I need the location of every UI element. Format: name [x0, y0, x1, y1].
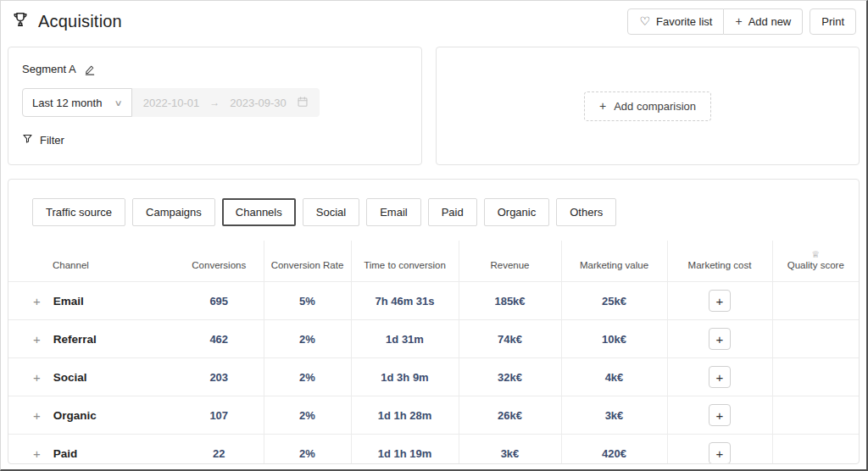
period-select[interactable]: Last 12 month ∨	[22, 88, 132, 117]
channel-name: Organic	[53, 409, 97, 422]
channel-name: Referral	[53, 333, 97, 346]
favorite-list-button[interactable]: ♡ Favorite list	[627, 8, 724, 35]
print-button[interactable]: Print	[810, 8, 856, 35]
date-end-value: 2023-09-30	[230, 97, 287, 109]
page-title-group: Acquisition	[11, 10, 122, 32]
conversions-value: 695	[175, 282, 264, 320]
plus-icon: +	[735, 15, 742, 27]
add-marketing-cost-button[interactable]: +	[709, 404, 731, 426]
marketing-value-value: 25k€	[561, 282, 667, 320]
date-range-picker[interactable]: 2022-10-01 → 2023-09-30	[132, 88, 320, 117]
col-header-marketing-cost: Marketing cost	[667, 241, 772, 282]
edit-pencil-icon[interactable]	[84, 64, 96, 75]
filter-label: Filter	[40, 134, 64, 147]
filter-button[interactable]: Filter	[22, 133, 408, 147]
time-to-conversion-value: 1d 3h 9m	[351, 358, 459, 396]
chevron-down-icon: ∨	[114, 98, 123, 108]
quality-score-cell	[772, 435, 859, 465]
conversion-rate-value: 2%	[264, 320, 351, 358]
funnel-icon	[22, 133, 33, 147]
revenue-value: 3k€	[459, 435, 561, 465]
expand-row-icon[interactable]: +	[33, 371, 41, 384]
add-comparison-button[interactable]: + Add comparision	[584, 91, 711, 121]
channel-name: Social	[53, 371, 87, 384]
tab-paid[interactable]: Paid	[428, 198, 477, 226]
conversion-rate-value: 2%	[264, 435, 351, 465]
heart-icon: ♡	[639, 15, 650, 27]
plus-icon: +	[599, 100, 606, 112]
revenue-value: 32k€	[459, 358, 561, 396]
tab-channels[interactable]: Channels	[222, 198, 296, 226]
col-header-quality-score: ♕ Quality score	[772, 241, 859, 282]
time-to-conversion-value: 1d 31m	[351, 320, 459, 358]
crown-icon: ♕	[811, 250, 820, 259]
tab-organic[interactable]: Organic	[484, 198, 550, 226]
table-tabs: Traffic source Campaigns Channels Social…	[32, 198, 859, 226]
time-to-conversion-value: 1d 1h 28m	[351, 396, 459, 435]
tab-social[interactable]: Social	[303, 198, 359, 226]
revenue-value: 185k€	[459, 282, 561, 320]
col-header-channel: Channel	[8, 241, 175, 282]
expand-row-icon[interactable]: +	[33, 333, 41, 346]
expand-row-icon[interactable]: +	[33, 295, 41, 308]
table-row: + Email 695 5% 7h 46m 31s 185k€ 25k€ +	[8, 282, 859, 320]
add-new-button[interactable]: + Add new	[724, 8, 803, 35]
acquisition-table-card: Traffic source Campaigns Channels Social…	[8, 179, 860, 464]
trophy-icon	[11, 10, 30, 32]
col-header-conversions: Conversions	[175, 241, 264, 282]
period-select-value: Last 12 month	[32, 97, 102, 109]
add-marketing-cost-button[interactable]: +	[709, 290, 731, 312]
print-label: Print	[821, 15, 844, 28]
segment-name: Segment A	[22, 63, 76, 75]
acquisition-page: Acquisition ♡ Favorite list + Add new Pr…	[0, 0, 868, 471]
arrow-right-icon: →	[209, 97, 220, 108]
tab-traffic-source[interactable]: Traffic source	[32, 198, 125, 226]
add-comparison-label: Add comparision	[614, 100, 696, 113]
conversion-rate-value: 2%	[264, 358, 351, 396]
revenue-value: 74k€	[459, 320, 561, 358]
col-header-conversion-rate: Conversion Rate	[264, 241, 351, 282]
segment-header: Segment A	[22, 63, 408, 75]
table-row: + Referral 462 2% 1d 31m 74k€ 10k€ +	[8, 320, 859, 358]
conversions-value: 203	[175, 358, 264, 396]
filter-panels: Segment A Last 12 month ∨ 2022-10-01 → 2…	[8, 47, 860, 165]
channels-table: Channel Conversions Conversion Rate Time…	[8, 241, 859, 464]
quality-score-cell	[772, 396, 859, 435]
add-marketing-cost-button[interactable]: +	[709, 328, 731, 350]
comparison-card: + Add comparision	[436, 47, 860, 165]
tab-campaigns[interactable]: Campaigns	[132, 198, 215, 226]
marketing-value-value: 3k€	[561, 396, 667, 435]
add-new-label: Add new	[748, 15, 792, 28]
top-bar: Acquisition ♡ Favorite list + Add new Pr…	[8, 1, 860, 42]
tab-others[interactable]: Others	[556, 198, 616, 226]
header-actions: ♡ Favorite list + Add new Print	[627, 8, 856, 35]
quality-score-cell	[772, 282, 859, 320]
segment-card: Segment A Last 12 month ∨ 2022-10-01 → 2…	[8, 47, 422, 165]
date-start-value: 2022-10-01	[143, 97, 200, 109]
marketing-value-value: 10k€	[561, 320, 667, 358]
table-row: + Social 203 2% 1d 3h 9m 32k€ 4k€ +	[8, 358, 859, 396]
page-title: Acquisition	[38, 12, 122, 31]
time-to-conversion-value: 1d 1h 19m	[351, 435, 459, 465]
time-to-conversion-value: 7h 46m 31s	[351, 282, 459, 320]
quality-score-label: Quality score	[787, 260, 844, 270]
add-marketing-cost-button[interactable]: +	[709, 366, 731, 388]
table-row: + Organic 107 2% 1d 1h 28m 26k€ 3k€ +	[8, 396, 859, 435]
conversions-value: 22	[175, 435, 264, 465]
marketing-value-value: 4k€	[561, 358, 667, 396]
conversions-value: 462	[175, 320, 264, 358]
marketing-value-value: 420€	[561, 435, 667, 465]
conversions-value: 107	[175, 396, 264, 435]
channel-name: Paid	[53, 447, 78, 460]
favorite-list-label: Favorite list	[656, 15, 712, 28]
add-marketing-cost-button[interactable]: +	[709, 442, 731, 464]
quality-score-cell	[772, 358, 859, 396]
col-header-revenue: Revenue	[459, 241, 561, 282]
expand-row-icon[interactable]: +	[33, 409, 41, 422]
col-header-time-to-conversion: Time to conversion	[351, 241, 459, 282]
expand-row-icon[interactable]: +	[33, 447, 41, 460]
period-controls: Last 12 month ∨ 2022-10-01 → 2023-09-30	[22, 88, 408, 117]
tab-email[interactable]: Email	[366, 198, 421, 226]
quality-score-cell	[772, 320, 859, 358]
calendar-icon	[297, 96, 309, 110]
